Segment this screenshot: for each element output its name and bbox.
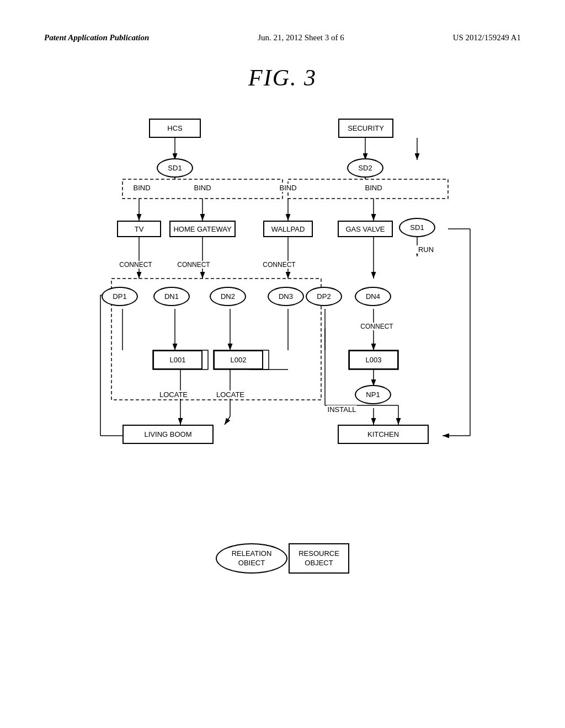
bind2-label: BIND bbox=[189, 184, 216, 192]
wallpad-node: WALLPAD bbox=[263, 221, 313, 237]
diagram: HCS SECURITY SD1 SD2 BIND BIND BIND BIND… bbox=[67, 108, 498, 527]
l002-label: L002 bbox=[231, 356, 247, 364]
kitchen-node: KITCHEN bbox=[338, 425, 429, 444]
connect1-label: CONNECT bbox=[117, 261, 154, 269]
l003-label: L003 bbox=[366, 356, 382, 364]
header-right: US 2012/159249 A1 bbox=[453, 33, 521, 42]
dp2-label: DP2 bbox=[317, 292, 331, 301]
legend-relation-object: RELEATION OBIECT bbox=[216, 543, 287, 574]
hcs-node: HCS bbox=[149, 119, 201, 138]
home-gateway-label: HOME GATEWAY bbox=[173, 225, 231, 233]
dn1-node: DN1 bbox=[153, 287, 190, 306]
bind3-label: BIND bbox=[274, 184, 302, 192]
install-label: INSTALL bbox=[327, 405, 357, 414]
fig-title: FIG. 3 bbox=[44, 65, 521, 91]
l001-label: L001 bbox=[170, 356, 186, 364]
hcs-label: HCS bbox=[167, 124, 182, 132]
dp2-node: DP2 bbox=[306, 287, 342, 306]
security-node: SECURITY bbox=[338, 119, 393, 138]
legend-ellipse-line1: RELEATION bbox=[232, 549, 272, 558]
dp1-label: DP1 bbox=[113, 292, 126, 301]
tv-node: TV bbox=[117, 221, 161, 237]
sd2-top-label: SD2 bbox=[358, 164, 372, 172]
dn4-node: DN4 bbox=[355, 287, 391, 306]
connect4-label: CONNECT bbox=[358, 323, 396, 330]
legend-ellipse-text: RELEATION OBIECT bbox=[232, 549, 272, 568]
dn4-label: DN4 bbox=[366, 292, 380, 301]
wallpad-label: WALLPAD bbox=[271, 225, 305, 233]
dn3-node: DN3 bbox=[268, 287, 304, 306]
sd1-right-node: SD1 bbox=[399, 218, 435, 237]
home-gateway-node: HOME GATEWAY bbox=[169, 221, 236, 237]
sd1-right-label: SD1 bbox=[410, 223, 424, 232]
bind4-label: BIND bbox=[360, 184, 387, 192]
legend-rect-line1: RESOURCE bbox=[299, 549, 339, 558]
svg-line-30 bbox=[225, 416, 230, 425]
legend-resource-object: RESOURCE OBJECT bbox=[289, 543, 349, 574]
living-boom-label: LIVING BOOM bbox=[145, 430, 192, 438]
sd2-top-node: SD2 bbox=[347, 158, 383, 178]
page: Patent Application Publication Jun. 21, … bbox=[0, 0, 565, 728]
header-left: Patent Application Publication bbox=[44, 33, 149, 42]
kitchen-label: KITCHEN bbox=[367, 430, 399, 438]
legend: RELEATION OBIECT RESOURCE OBJECT bbox=[44, 543, 521, 574]
tv-label: TV bbox=[135, 225, 144, 233]
run-label: RUN bbox=[415, 245, 437, 254]
l001-node: L001 bbox=[153, 350, 202, 370]
legend-ellipse-line2: OBIECT bbox=[238, 559, 265, 567]
dn2-node: DN2 bbox=[210, 287, 246, 306]
locate2-label: LOCATE bbox=[215, 390, 246, 399]
legend-rect-line2: OBJECT bbox=[305, 559, 333, 567]
connect3-label: CONNECT bbox=[260, 261, 298, 269]
security-label: SECURITY bbox=[348, 124, 384, 132]
dp1-node: DP1 bbox=[102, 287, 138, 306]
diagram-svg bbox=[67, 108, 498, 527]
legend-rect-text: RESOURCE OBJECT bbox=[299, 549, 339, 568]
np1-node: NP1 bbox=[355, 385, 391, 404]
locate1-label: LOCATE bbox=[158, 390, 189, 399]
gas-valve-label: GAS VALVE bbox=[345, 225, 385, 233]
gas-valve-node: GAS VALVE bbox=[338, 221, 393, 237]
sd1-top-label: SD1 bbox=[168, 164, 182, 172]
dn3-label: DN3 bbox=[279, 292, 293, 301]
connect2-label: CONNECT bbox=[175, 261, 212, 269]
dn2-label: DN2 bbox=[221, 292, 235, 301]
header: Patent Application Publication Jun. 21, … bbox=[44, 33, 521, 42]
sd1-top-node: SD1 bbox=[157, 158, 193, 178]
header-center: Jun. 21, 2012 Sheet 3 of 6 bbox=[258, 33, 344, 42]
np1-label: NP1 bbox=[366, 390, 380, 399]
bind1-label: BIND bbox=[128, 184, 156, 192]
l003-node: L003 bbox=[349, 350, 398, 370]
living-boom-node: LIVING BOOM bbox=[122, 425, 214, 444]
l002-node: L002 bbox=[214, 350, 263, 370]
dn1-label: DN1 bbox=[164, 292, 179, 301]
